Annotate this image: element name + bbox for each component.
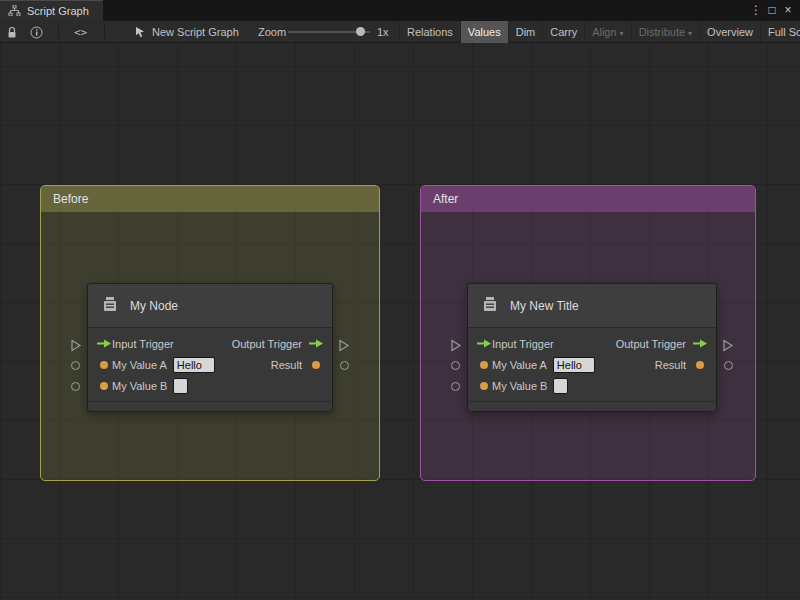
group-after-label: After xyxy=(433,192,458,206)
result-label: Result xyxy=(271,359,302,371)
value-a-port-icon[interactable] xyxy=(96,361,112,369)
code-view-icon[interactable]: <> xyxy=(74,21,87,43)
result-connector-icon[interactable] xyxy=(340,361,349,370)
value-a-connector-icon[interactable] xyxy=(451,361,460,370)
group-before-label: Before xyxy=(53,192,88,206)
value-b-connector-icon[interactable] xyxy=(71,382,80,391)
input-trigger-connector-icon[interactable] xyxy=(450,338,462,356)
carry-label: Carry xyxy=(550,26,577,38)
window-controls: ⋮ □ × xyxy=(748,0,800,21)
relations-button[interactable]: Relations xyxy=(399,21,460,43)
output-trigger-label: Output Trigger xyxy=(616,338,686,350)
graph-name-label: New Script Graph xyxy=(152,21,239,43)
overview-label: Overview xyxy=(707,26,753,38)
zoom-slider-track[interactable] xyxy=(288,31,370,33)
close-icon[interactable]: × xyxy=(780,0,796,21)
value-a-label: My Value A xyxy=(492,359,547,371)
values-button[interactable]: Values xyxy=(460,21,508,43)
lock-icon[interactable] xyxy=(6,21,18,43)
carry-button[interactable]: Carry xyxy=(542,21,584,43)
node-my-node[interactable]: My Node Input Trigger Output Trigger My … xyxy=(87,283,333,412)
dim-button[interactable]: Dim xyxy=(508,21,543,43)
unit-icon xyxy=(100,294,120,317)
trigger-in-arrow-icon[interactable] xyxy=(476,339,492,348)
chevron-down-icon: ▾ xyxy=(688,29,692,38)
node-footer xyxy=(468,401,716,411)
value-b-port-icon[interactable] xyxy=(476,382,492,390)
output-trigger-connector-icon[interactable] xyxy=(722,338,734,356)
chevron-down-icon: ▾ xyxy=(620,29,624,38)
align-label: Align xyxy=(592,26,616,38)
maximize-icon[interactable]: □ xyxy=(764,0,780,21)
value-b-label: My Value B xyxy=(112,380,167,392)
value-b-input[interactable] xyxy=(553,378,568,394)
node-my-new-title[interactable]: My New Title Input Trigger Output Trigge… xyxy=(467,283,717,412)
result-label: Result xyxy=(655,359,686,371)
distribute-button: Distribute ▾ xyxy=(631,21,699,43)
tab-label: Script Graph xyxy=(27,5,89,17)
input-trigger-label: Input Trigger xyxy=(112,338,174,350)
node-title: My New Title xyxy=(510,299,579,313)
trigger-out-arrow-icon[interactable] xyxy=(692,339,708,348)
value-a-connector-icon[interactable] xyxy=(71,361,80,370)
tab-script-graph[interactable]: Script Graph xyxy=(0,0,103,21)
node-title: My Node xyxy=(130,299,178,313)
value-b-connector-icon[interactable] xyxy=(451,382,460,391)
trigger-in-arrow-icon[interactable] xyxy=(96,339,112,348)
fullscreen-button[interactable]: Full Scr xyxy=(760,21,800,43)
trigger-out-arrow-icon[interactable] xyxy=(308,339,324,348)
zoom-slider-knob[interactable] xyxy=(356,27,365,36)
value-b-input[interactable] xyxy=(173,378,188,394)
unit-icon xyxy=(480,294,500,317)
graph-pointer-icon xyxy=(134,21,146,43)
align-button: Align ▾ xyxy=(584,21,630,43)
fullscreen-label: Full Scr xyxy=(768,26,800,38)
value-b-port-icon[interactable] xyxy=(96,382,112,390)
overview-button[interactable]: Overview xyxy=(699,21,760,43)
result-port-icon[interactable] xyxy=(692,361,708,369)
value-a-input[interactable] xyxy=(173,357,215,373)
toolbar-buttons: Relations Values Dim Carry Align ▾ Distr… xyxy=(399,21,800,43)
info-icon[interactable] xyxy=(30,21,43,43)
distribute-label: Distribute xyxy=(639,26,685,38)
node-header[interactable]: My Node xyxy=(88,284,332,328)
relations-label: Relations xyxy=(407,26,453,38)
zoom-value: 1x xyxy=(377,21,389,43)
value-a-port-icon[interactable] xyxy=(476,361,492,369)
value-b-row: My Value B xyxy=(468,375,716,396)
result-port-icon[interactable] xyxy=(308,361,324,369)
dim-label: Dim xyxy=(516,26,536,38)
value-a-row: My Value A Result xyxy=(88,354,332,375)
value-a-row: My Value A Result xyxy=(468,354,716,375)
node-footer xyxy=(88,401,332,411)
node-body: Input Trigger Output Trigger My Value A … xyxy=(88,328,332,396)
window-menu-icon[interactable]: ⋮ xyxy=(748,0,764,21)
zoom-label: Zoom xyxy=(258,21,286,43)
graph-canvas[interactable]: Before After My N xyxy=(0,43,800,600)
trigger-row: Input Trigger Output Trigger xyxy=(468,333,716,354)
value-b-row: My Value B xyxy=(88,375,332,396)
output-trigger-label: Output Trigger xyxy=(232,338,302,350)
output-trigger-connector-icon[interactable] xyxy=(338,338,350,356)
values-label: Values xyxy=(468,26,501,38)
toolbar-divider xyxy=(104,24,105,39)
node-body: Input Trigger Output Trigger My Value A … xyxy=(468,328,716,396)
group-before-header[interactable]: Before xyxy=(41,186,379,212)
value-a-input[interactable] xyxy=(553,357,595,373)
group-after-header[interactable]: After xyxy=(421,186,755,212)
result-connector-icon[interactable] xyxy=(724,361,733,370)
toolbar: <> New Script Graph Zoom 1x Relations Va… xyxy=(0,21,800,43)
title-bar: Script Graph ⋮ □ × xyxy=(0,0,800,21)
trigger-row: Input Trigger Output Trigger xyxy=(88,333,332,354)
graph-tab-icon xyxy=(8,5,21,18)
zoom-slider[interactable] xyxy=(288,21,370,43)
toolbar-divider xyxy=(58,24,59,39)
value-a-label: My Value A xyxy=(112,359,167,371)
input-trigger-connector-icon[interactable] xyxy=(70,338,82,356)
value-b-label: My Value B xyxy=(492,380,547,392)
node-header[interactable]: My New Title xyxy=(468,284,716,328)
input-trigger-label: Input Trigger xyxy=(492,338,554,350)
